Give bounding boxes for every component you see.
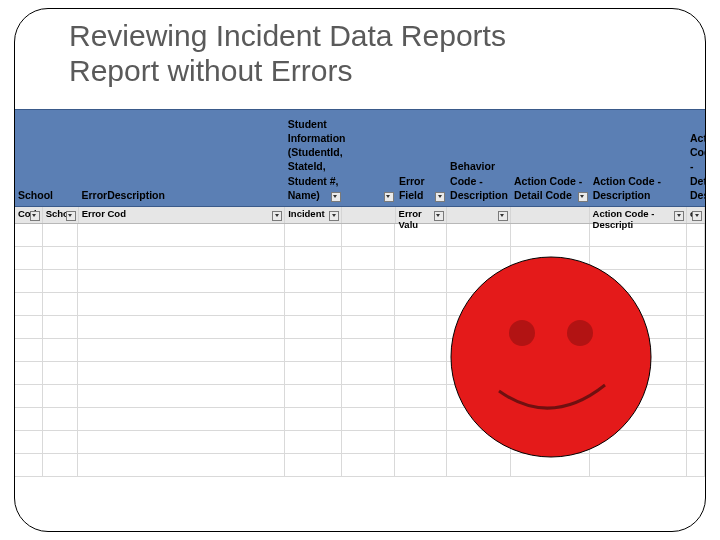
smiley-left-eye: [509, 320, 535, 346]
column-header-0[interactable]: School: [15, 186, 43, 204]
filter-dropdown-icon[interactable]: [498, 211, 508, 221]
table-cell: [78, 316, 285, 338]
table-cell: [395, 408, 446, 430]
column-header-3[interactable]: Student Information (StudentId, StateId,…: [285, 115, 343, 204]
table-cell: [15, 247, 43, 269]
table-cell: [395, 385, 446, 407]
table-cell: [395, 339, 446, 361]
slide-frame: Reviewing Incident Data Reports Report w…: [14, 8, 706, 532]
table-cell: [342, 385, 395, 407]
filter-dropdown-icon[interactable]: [434, 211, 444, 221]
table-cell: [78, 224, 285, 246]
header-dropdown-icon[interactable]: [331, 192, 341, 202]
table-cell: [78, 270, 285, 292]
table-cell: [687, 339, 705, 361]
header-dropdown-icon[interactable]: [384, 192, 394, 202]
table-cell: [78, 339, 285, 361]
table-cell: [43, 454, 79, 476]
column-filter-9[interactable]: on: [687, 207, 705, 223]
column-header-9[interactable]: Action Code - Detail Descripti: [687, 129, 705, 204]
table-cell: [43, 362, 79, 384]
table-cell: [342, 316, 395, 338]
filter-dropdown-icon[interactable]: [329, 211, 339, 221]
table-cell: [687, 224, 705, 246]
table-cell: [395, 362, 446, 384]
table-header-row: SchoolErrorDescriptionStudent Informatio…: [15, 109, 705, 207]
table-cell: [687, 316, 705, 338]
table-cell: [285, 247, 342, 269]
table-cell: [687, 408, 705, 430]
column-header-6[interactable]: Behavior Code - Description: [447, 157, 511, 204]
header-dropdown-icon[interactable]: [578, 192, 588, 202]
column-header-4[interactable]: [343, 200, 396, 204]
table-cell: [285, 408, 342, 430]
table-cell: [78, 293, 285, 315]
column-header-1[interactable]: [43, 200, 78, 204]
column-filter-1[interactable]: Schoo: [43, 207, 79, 223]
table-cell: [395, 247, 446, 269]
table-cell: [78, 454, 285, 476]
table-cell: [342, 293, 395, 315]
table-cell: [43, 270, 79, 292]
table-cell: [342, 454, 395, 476]
column-filter-2[interactable]: Error Cod: [79, 207, 286, 223]
table-cell: [285, 339, 342, 361]
slide-title: Reviewing Incident Data Reports Report w…: [69, 19, 675, 88]
table-cell: [43, 293, 79, 315]
smiley-right-eye: [567, 320, 593, 346]
filter-dropdown-icon[interactable]: [674, 211, 684, 221]
smiley-face-circle: [451, 257, 651, 457]
table-cell: [285, 385, 342, 407]
column-filter-8[interactable]: Action Code - Descripti: [590, 207, 687, 223]
table-cell: [15, 385, 43, 407]
table-cell: [43, 339, 79, 361]
table-cell: [43, 224, 79, 246]
column-header-8[interactable]: Action Code - Description: [590, 172, 687, 204]
column-filter-7[interactable]: [511, 207, 590, 223]
filter-dropdown-icon[interactable]: [272, 211, 282, 221]
table-cell: [285, 316, 342, 338]
table-cell: [342, 270, 395, 292]
table-cell: [687, 454, 705, 476]
table-cell: [285, 293, 342, 315]
table-cell: [15, 408, 43, 430]
column-filter-6[interactable]: [447, 207, 511, 223]
table-cell: [43, 431, 79, 453]
table-cell: [15, 270, 43, 292]
column-header-2[interactable]: ErrorDescription: [78, 186, 284, 204]
header-dropdown-icon[interactable]: [435, 192, 445, 202]
table-cell: [395, 270, 446, 292]
table-cell: [687, 362, 705, 384]
column-filter-5[interactable]: Error Valu: [396, 207, 447, 223]
table-cell: [78, 362, 285, 384]
table-cell: [78, 431, 285, 453]
table-cell: [447, 224, 511, 246]
table-cell: [687, 385, 705, 407]
table-cell: [43, 247, 79, 269]
filter-dropdown-icon[interactable]: [66, 211, 76, 221]
filter-dropdown-icon[interactable]: [692, 211, 702, 221]
table-cell: [342, 408, 395, 430]
table-cell: [43, 408, 79, 430]
table-cell: [395, 454, 446, 476]
table-cell: [342, 247, 395, 269]
table-cell: [342, 362, 395, 384]
table-cell: [687, 270, 705, 292]
table-filter-row: CodSchooError CodIncidentError ValuActio…: [15, 207, 705, 224]
table-cell: [285, 431, 342, 453]
title-line-2: Report without Errors: [69, 54, 675, 89]
filter-dropdown-icon[interactable]: [30, 211, 40, 221]
column-filter-4[interactable]: [342, 207, 395, 223]
table-cell: [687, 431, 705, 453]
column-filter-0[interactable]: Cod: [15, 207, 43, 223]
table-cell: [78, 385, 285, 407]
table-cell: [687, 293, 705, 315]
column-header-5[interactable]: Error Field: [396, 172, 447, 204]
table-cell: [43, 316, 79, 338]
column-filter-3[interactable]: Incident: [285, 207, 342, 223]
table-cell: [15, 293, 43, 315]
table-cell: [395, 293, 446, 315]
column-header-7[interactable]: Action Code - Detail Code: [511, 172, 590, 204]
table-cell: [15, 454, 43, 476]
title-line-1: Reviewing Incident Data Reports: [69, 19, 506, 52]
